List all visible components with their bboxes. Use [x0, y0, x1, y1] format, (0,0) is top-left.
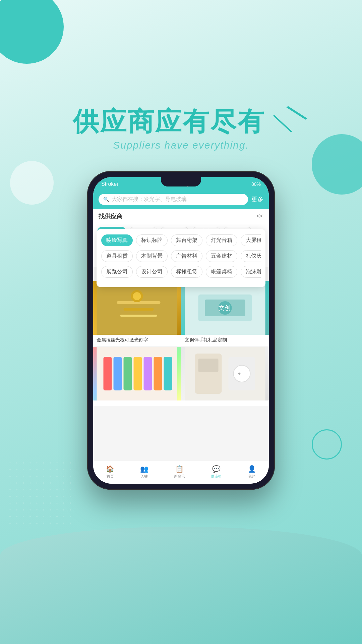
- popup-tag-screen[interactable]: 大屏租赁: [241, 234, 261, 246]
- product-title-3: [93, 400, 181, 406]
- svg-rect-2: [124, 308, 154, 311]
- popup-tag-tent[interactable]: 帐篷桌椅: [206, 266, 237, 278]
- popup-tag-sign[interactable]: 标识标牌: [136, 234, 168, 246]
- headline-area: 供应商应有尽有 ╲ Suppliers have everything.: [73, 107, 290, 151]
- headline-zh-text: 供应商应有尽有: [73, 107, 265, 136]
- popup-tag-light[interactable]: 灯光音箱: [206, 234, 237, 246]
- svg-rect-16: [144, 357, 152, 390]
- section-header: 找供应商 <<: [93, 209, 269, 224]
- nav-home[interactable]: 🏠 首页: [106, 465, 114, 479]
- nav-news-label: 新资讯: [174, 474, 185, 479]
- battery-label: 80%: [251, 181, 261, 187]
- search-placeholder: 大家都在搜：发光字、导电玻璃: [112, 196, 187, 203]
- nav-profile[interactable]: 👤 我约: [248, 465, 256, 479]
- popup-tag-stage[interactable]: 舞台桁架: [171, 234, 202, 246]
- product-item-3[interactable]: [93, 347, 181, 406]
- popup-tag-wood[interactable]: 木制背景: [136, 250, 168, 262]
- svg-rect-14: [124, 357, 132, 390]
- profile-icon: 👤: [248, 465, 256, 473]
- product-title-1: 金属拉丝光板可激光刻字: [93, 335, 181, 346]
- popup-tag-spray[interactable]: 喷绘写真: [101, 234, 133, 246]
- main-content: 供应商应有尽有 ╲ Suppliers have everything. Str…: [0, 0, 362, 644]
- phone-notch: [161, 177, 201, 186]
- nav-home-label: 首页: [107, 474, 114, 479]
- popup-tag-props[interactable]: 道具租赁: [101, 250, 133, 262]
- nav-supply-chain-label: 供应链: [211, 474, 222, 479]
- product-area: 金属拉丝光板可激光刻字 文创: [93, 281, 269, 460]
- nav-profile-label: 我约: [248, 474, 255, 479]
- svg-rect-13: [114, 357, 122, 390]
- phone-mockup: Strokei 1:43 pm 80% 🔍 大家都在搜：发光字、导电玻璃 更多 …: [87, 171, 275, 490]
- svg-rect-3: [120, 315, 157, 317]
- collapse-icon[interactable]: <<: [256, 213, 263, 220]
- popup-tag-ceremony[interactable]: 礼仪庆典: [241, 250, 261, 262]
- svg-rect-12: [104, 357, 112, 390]
- phone-frame: Strokei 1:43 pm 80% 🔍 大家都在搜：发光字、导电玻璃 更多 …: [87, 171, 275, 490]
- headline-en: Suppliers have everything.: [73, 140, 290, 151]
- supply-chain-icon: 💬: [212, 465, 221, 473]
- svg-point-5: [133, 292, 141, 300]
- svg-rect-21: [198, 359, 219, 372]
- popup-tag-foam[interactable]: 泡沫雕塑: [241, 266, 261, 278]
- svg-text:文创: 文创: [219, 305, 231, 311]
- checkin-icon: 👥: [140, 465, 148, 473]
- product-title-2: 文创伴手礼礼品定制: [181, 335, 269, 346]
- search-icon: 🔍: [103, 197, 109, 202]
- nav-news[interactable]: 📋 新资讯: [174, 465, 185, 479]
- search-input-box[interactable]: 🔍 大家都在搜：发光字、导电玻璃: [99, 194, 248, 205]
- news-icon: 📋: [175, 465, 184, 473]
- popup-tag-booth[interactable]: 标摊租赁: [171, 266, 202, 278]
- popup-tag-design[interactable]: 设计公司: [136, 266, 168, 278]
- nav-checkin-label: 入驻: [140, 474, 148, 479]
- svg-rect-18: [164, 357, 172, 390]
- section-title: 找供应商: [99, 212, 123, 220]
- popup-row-1: 喷绘写真 标识标牌 舞台桁架 灯光音箱 大屏租赁: [101, 234, 261, 246]
- product-image-gold: [93, 281, 181, 335]
- svg-text:✦: ✦: [237, 371, 241, 377]
- popup-tag-hw[interactable]: 五金建材: [206, 250, 237, 262]
- headline-zh: 供应商应有尽有 ╲: [73, 107, 290, 136]
- products-grid: 金属拉丝光板可激光刻字 文创: [93, 281, 269, 406]
- popup-tag-ad[interactable]: 广告材料: [171, 250, 202, 262]
- svg-rect-15: [134, 357, 142, 390]
- popup-tag-expo[interactable]: 展览公司: [101, 266, 133, 278]
- nav-checkin[interactable]: 👥 入驻: [140, 465, 148, 479]
- product-image-pens: [93, 347, 181, 400]
- nav-supply-chain[interactable]: 💬 供应链: [211, 465, 222, 479]
- product-image-teal: 文创: [181, 281, 269, 335]
- phone-screen: Strokei 1:43 pm 80% 🔍 大家都在搜：发光字、导电玻璃 更多 …: [93, 177, 269, 484]
- product-item-4[interactable]: ✦: [181, 347, 269, 406]
- tags-popup: 喷绘写真 标识标牌 舞台桁架 灯光音箱 大屏租赁 道具租赁 木制背景 广告材料 …: [97, 229, 265, 287]
- product-item-1[interactable]: 金属拉丝光板可激光刻字: [93, 281, 181, 346]
- svg-point-23: [234, 365, 250, 382]
- slash-decoration: ╲: [274, 112, 292, 136]
- search-bar: 🔍 大家都在搜：发光字、导电玻璃 更多: [93, 191, 269, 209]
- product-item-2[interactable]: 文创 文创伴手礼礼品定制: [181, 281, 269, 346]
- svg-rect-17: [154, 357, 162, 390]
- home-icon: 🏠: [106, 465, 114, 473]
- popup-row-3: 展览公司 设计公司 标摊租赁 帐篷桌椅 泡沫雕塑: [101, 266, 261, 278]
- search-more-button[interactable]: 更多: [251, 195, 263, 203]
- bottom-nav: 🏠 首页 👥 入驻 📋 新资讯 💬 供应链: [93, 460, 269, 484]
- product-title-4: [181, 400, 269, 406]
- product-image-white: ✦: [181, 347, 269, 400]
- popup-row-2: 道具租赁 木制背景 广告材料 五金建材 礼仪庆典: [101, 250, 261, 262]
- carrier-label: Strokei: [101, 181, 118, 187]
